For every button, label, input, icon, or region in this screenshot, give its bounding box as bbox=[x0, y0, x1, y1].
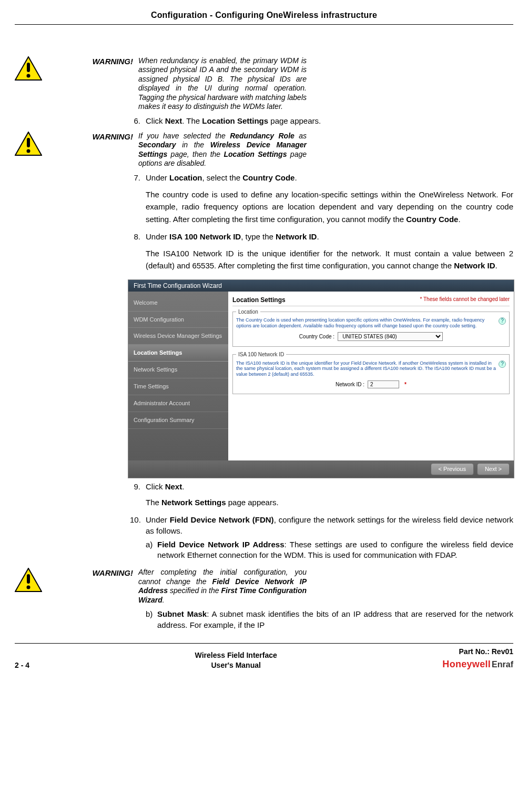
page-number: 2 - 4 bbox=[15, 660, 29, 670]
step-number: 8. bbox=[130, 232, 146, 242]
text: page appears. bbox=[268, 116, 321, 125]
warning-label: WARNING! bbox=[86, 568, 133, 578]
isa-help-text: The ISA100 network ID is the unique iden… bbox=[236, 360, 506, 377]
svg-rect-1 bbox=[27, 63, 30, 72]
substep-body: Subnet Mask: A subnet mask identifies th… bbox=[157, 609, 513, 630]
text: specified in the bbox=[168, 586, 221, 595]
text: . bbox=[495, 261, 497, 270]
brand-enraf: Enraf bbox=[492, 660, 513, 669]
required-marker: * bbox=[404, 381, 407, 388]
substep-a: a) Field Device Network IP Address: Thes… bbox=[146, 539, 513, 561]
text: page, then the bbox=[167, 150, 224, 158]
sidebar-item-network-settings[interactable]: Network Settings bbox=[128, 362, 228, 378]
step-body: Click Next. bbox=[146, 482, 513, 492]
brand-logo: HoneywellEnraf bbox=[442, 658, 513, 670]
step-number: 6. bbox=[130, 116, 146, 126]
step-9: 9. Click Next. bbox=[130, 482, 513, 492]
text: . bbox=[182, 482, 184, 491]
bold: Secondary bbox=[138, 141, 176, 149]
text: Under bbox=[146, 232, 169, 241]
warning-text-2: If you have selected the Redundancy Role… bbox=[138, 132, 307, 168]
sidebar-item-config-summary[interactable]: Configuration Summary bbox=[128, 412, 228, 429]
substep-label: b) bbox=[146, 609, 157, 630]
text: , type the bbox=[241, 232, 276, 241]
step-body: Under ISA 100 Network ID, type the Netwo… bbox=[146, 232, 513, 242]
panel-title: Location Settings bbox=[232, 296, 286, 304]
help-icon[interactable]: ? bbox=[499, 360, 506, 368]
step-7-para: The country code is used to define any l… bbox=[146, 188, 513, 225]
text: . bbox=[458, 215, 460, 224]
brand-honeywell: Honeywell bbox=[442, 659, 491, 669]
step-body: Click Next. The Location Settings page a… bbox=[146, 116, 513, 126]
wizard-button-bar: < Previous Next > bbox=[128, 460, 514, 478]
step-number: 9. bbox=[130, 482, 146, 492]
location-help-text: The Country Code is used when presenting… bbox=[236, 317, 506, 329]
text: Under bbox=[146, 515, 170, 524]
bold: Location Settings bbox=[224, 150, 287, 158]
warning-label: WARNING! bbox=[86, 56, 133, 67]
sidebar-item-location-settings[interactable]: Location Settings bbox=[128, 345, 228, 362]
sidebar-item-wdm-settings[interactable]: Wireless Device Manager Settings bbox=[128, 328, 228, 345]
warning-icon bbox=[15, 568, 42, 592]
page-header: Configuration - Configuring OneWireless … bbox=[15, 9, 513, 25]
step-body: Under Field Device Network (FDN), config… bbox=[146, 515, 513, 536]
warning-block-1: WARNING! When redundancy is enabled, the… bbox=[128, 56, 513, 112]
text: . bbox=[317, 232, 319, 241]
wizard-main-panel: Location Settings * These fields cannot … bbox=[228, 292, 514, 460]
doc-title: Wireless Field Interface User's Manual bbox=[29, 650, 442, 670]
text: as bbox=[295, 132, 307, 140]
network-id-input[interactable] bbox=[368, 380, 399, 388]
bold: Next bbox=[165, 116, 182, 125]
bold: Location Settings bbox=[202, 116, 268, 125]
text: Under bbox=[146, 173, 169, 182]
previous-button[interactable]: < Previous bbox=[431, 463, 474, 475]
step-number: 10. bbox=[130, 515, 146, 536]
text: The Country Code is used when presenting… bbox=[236, 317, 484, 328]
page-footer: 2 - 4 Wireless Field Interface User's Ma… bbox=[15, 643, 513, 670]
bold: Network ID bbox=[276, 232, 317, 241]
next-button[interactable]: Next > bbox=[477, 463, 510, 475]
step-9-para: The Network Settings page appears. bbox=[146, 496, 513, 508]
wizard-sidebar: Welcome WDM Configuration Wireless Devic… bbox=[128, 292, 228, 460]
step-body: Under Location, select the Country Code. bbox=[146, 173, 513, 183]
text: The ISA100 network ID is the unique iden… bbox=[236, 360, 496, 377]
bold: Subnet Mask bbox=[157, 609, 207, 618]
bold: Next bbox=[165, 482, 182, 491]
bold: ISA 100 Network ID bbox=[169, 232, 241, 241]
isa-fieldset: ISA 100 Network ID The ISA100 network ID… bbox=[232, 351, 510, 394]
step-10: 10. Under Field Device Network (FDN), co… bbox=[130, 515, 513, 536]
svg-point-8 bbox=[27, 586, 31, 589]
step-8: 8. Under ISA 100 Network ID, type the Ne… bbox=[130, 232, 513, 242]
sidebar-item-wdm-config[interactable]: WDM Configuration bbox=[128, 312, 228, 328]
bold: Field Device Network (FDN) bbox=[170, 515, 274, 524]
text: in the bbox=[176, 141, 210, 149]
location-fieldset: Location The Country Code is used when p… bbox=[232, 308, 510, 347]
step-7: 7. Under Location, select the Country Co… bbox=[130, 173, 513, 183]
warning-block-3: WARNING! After completing the initial co… bbox=[128, 568, 513, 605]
warning-text-3: After completing the initial configurati… bbox=[138, 568, 307, 605]
svg-point-5 bbox=[27, 149, 31, 153]
text: page appears. bbox=[226, 498, 279, 507]
country-code-select[interactable]: UNITED STATES (840) bbox=[338, 332, 443, 341]
bold: Country Code bbox=[242, 173, 295, 182]
sidebar-item-admin-account[interactable]: Administrator Account bbox=[128, 395, 228, 412]
svg-rect-4 bbox=[27, 138, 30, 147]
bold: Network ID bbox=[454, 261, 495, 270]
required-note: * These fields cannot be changed later bbox=[420, 296, 510, 304]
text: Click bbox=[146, 116, 165, 125]
text: . bbox=[163, 596, 165, 604]
step-8-para: The ISA100 Network ID is the unique iden… bbox=[146, 247, 513, 272]
network-id-label: Network ID : bbox=[336, 381, 364, 388]
text: . The bbox=[182, 116, 202, 125]
sidebar-item-welcome[interactable]: Welcome bbox=[128, 295, 228, 312]
bold: Location bbox=[169, 173, 202, 182]
text: , select the bbox=[202, 173, 243, 182]
warning-block-2: WARNING! If you have selected the Redund… bbox=[128, 132, 513, 168]
warning-label: WARNING! bbox=[86, 132, 133, 142]
sidebar-item-time-settings[interactable]: Time Settings bbox=[128, 378, 228, 395]
bold: Country Code bbox=[406, 215, 458, 224]
help-icon[interactable]: ? bbox=[499, 317, 506, 325]
screenshot-wizard: First Time Configuration Wizard Welcome … bbox=[128, 279, 514, 478]
isa-legend: ISA 100 Network ID bbox=[236, 351, 286, 358]
doc-title-line1: Wireless Field Interface bbox=[29, 650, 442, 660]
